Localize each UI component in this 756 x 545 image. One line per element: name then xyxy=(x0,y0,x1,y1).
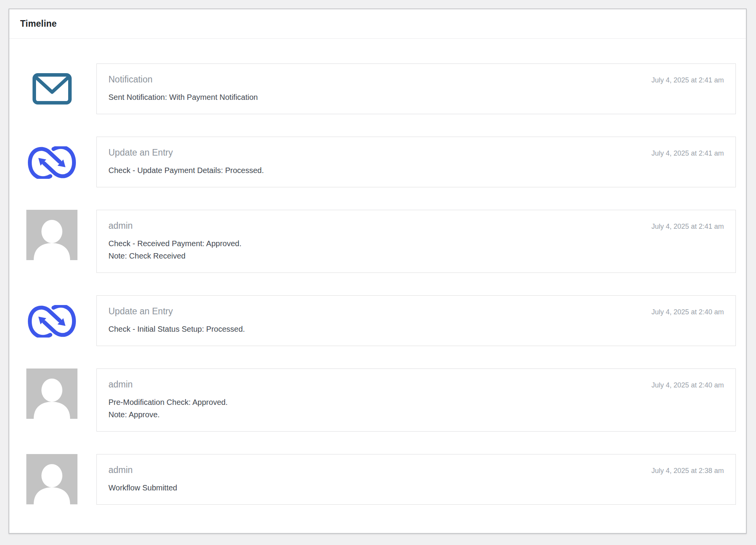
entry-timestamp: July 4, 2025 at 2:40 am xyxy=(651,381,724,389)
entry-author: Update an Entry xyxy=(108,147,173,158)
entry-timestamp: July 4, 2025 at 2:40 am xyxy=(651,308,724,316)
timeline-entry-card: Update an Entry July 4, 2025 at 2:41 am … xyxy=(96,137,736,187)
timeline-entry: Notification July 4, 2025 at 2:41 am Sen… xyxy=(26,63,736,114)
entry-icon-cell xyxy=(26,210,77,260)
entry-icon-cell xyxy=(26,295,77,338)
entry-text-line: Note: Approve. xyxy=(108,408,724,421)
entry-timestamp: July 4, 2025 at 2:38 am xyxy=(651,467,724,475)
entry-icon-cell xyxy=(26,137,77,179)
entry-author: admin xyxy=(108,220,133,231)
user-avatar xyxy=(26,210,77,260)
entry-timestamp: July 4, 2025 at 2:41 am xyxy=(651,76,724,84)
timeline-entry-card: Notification July 4, 2025 at 2:41 am Sen… xyxy=(96,63,736,114)
entry-author: admin xyxy=(108,464,133,476)
entry-text-line: Note: Check Received xyxy=(108,250,724,262)
timeline-entry-card: admin July 4, 2025 at 2:40 am Pre-Modifi… xyxy=(96,368,736,432)
timeline-entry: admin July 4, 2025 at 2:40 am Pre-Modifi… xyxy=(26,368,736,432)
timeline-entry-card: admin July 4, 2025 at 2:41 am Check - Re… xyxy=(96,210,736,273)
entry-text-line: Workflow Submitted xyxy=(108,482,724,494)
envelope-icon xyxy=(32,73,72,105)
entry-text-line: Check - Initial Status Setup: Processed. xyxy=(108,323,724,335)
timeline-entry-card: Update an Entry July 4, 2025 at 2:40 am … xyxy=(96,295,736,346)
update-entry-loop-icon xyxy=(26,146,77,179)
entry-icon-cell xyxy=(26,454,77,504)
page-title: Timeline xyxy=(20,19,57,29)
entry-text-line: Pre-Modification Check: Approved. xyxy=(108,396,724,408)
entry-author: Notification xyxy=(108,74,153,85)
timeline-list: Notification July 4, 2025 at 2:41 am Sen… xyxy=(9,39,746,505)
entry-text-line: Sent Notification: With Payment Notifica… xyxy=(108,91,724,103)
timeline-panel: Timeline Notification July 4, 2025 at 2:… xyxy=(9,9,747,534)
entry-timestamp: July 4, 2025 at 2:41 am xyxy=(651,149,724,158)
update-entry-loop-icon xyxy=(26,305,77,338)
timeline-entry-card: admin July 4, 2025 at 2:38 am Workflow S… xyxy=(96,454,736,505)
timeline-entry: admin July 4, 2025 at 2:38 am Workflow S… xyxy=(26,454,736,505)
entry-author: Update an Entry xyxy=(108,305,173,317)
entry-text-line: Check - Update Payment Details: Processe… xyxy=(108,164,724,177)
timeline-entry: Update an Entry July 4, 2025 at 2:40 am … xyxy=(26,295,736,346)
user-avatar xyxy=(26,454,77,504)
entry-timestamp: July 4, 2025 at 2:41 am xyxy=(651,223,724,231)
entry-text-line: Check - Received Payment: Approved. xyxy=(108,237,724,250)
entry-icon-cell xyxy=(26,368,77,419)
timeline-entry: admin July 4, 2025 at 2:41 am Check - Re… xyxy=(26,210,736,273)
panel-header: Timeline xyxy=(9,9,746,39)
user-avatar xyxy=(26,368,77,419)
entry-icon-cell xyxy=(26,63,77,105)
timeline-entry: Update an Entry July 4, 2025 at 2:41 am … xyxy=(26,137,736,187)
entry-author: admin xyxy=(108,379,133,390)
